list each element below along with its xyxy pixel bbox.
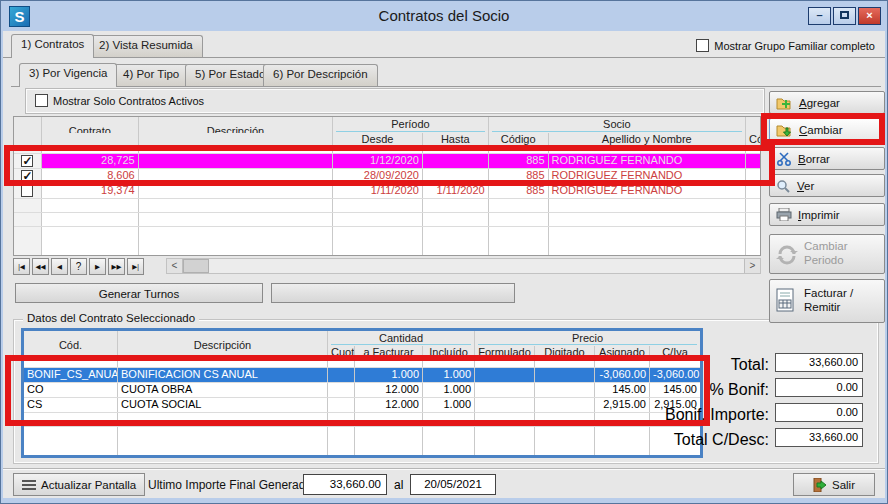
col-desde[interactable]: Desde	[333, 133, 423, 148]
col-cuotas[interactable]: Cuotas	[328, 346, 355, 361]
empty-row	[24, 413, 700, 427]
cambiar-periodo-button[interactable]: Cambiar Periodo	[769, 234, 885, 274]
borrar-button[interactable]: Borrar	[769, 147, 885, 170]
actualizar-pantalla-button[interactable]: Actualizar Pantalla	[13, 473, 145, 496]
printer-icon	[776, 208, 792, 221]
scroll-right-button[interactable]: >	[744, 259, 760, 273]
col-apellido[interactable]: Apellido y Nombre	[549, 133, 746, 148]
scrollbar-thumb[interactable]	[183, 259, 209, 273]
cantidad-underline	[331, 344, 471, 345]
detail-grid[interactable]: Cantidad Precio Cód. Descripción Cuotas …	[21, 328, 703, 458]
grid-spacer-row	[24, 361, 700, 368]
maximize-icon	[840, 11, 849, 19]
col-hasta[interactable]: Hasta	[423, 133, 489, 148]
maximize-button[interactable]	[833, 7, 856, 25]
grupo-familiar-checkbox-row[interactable]: Mostrar Grupo Familiar completo	[696, 39, 875, 52]
facturar-remitir-button[interactable]: Facturar / Remitir	[769, 279, 885, 323]
cambiar-button[interactable]: Cambiar	[769, 118, 885, 141]
imprimir-button[interactable]: Imprimir	[769, 203, 885, 226]
periodo-underline	[336, 131, 485, 132]
detail-sub-header: Cód. Descripción Cuotas a Facturar Inclu…	[24, 346, 700, 361]
col-codigo[interactable]: Código	[489, 133, 549, 148]
subtab-por-descripcion[interactable]: 6) Por Descripción	[263, 64, 378, 87]
row1-checkbox[interactable]	[21, 155, 33, 167]
empty-row	[14, 199, 760, 213]
bonif-importe-value[interactable]: 0.00	[775, 403, 863, 422]
tab-divider	[3, 57, 885, 58]
col-c-iva[interactable]: C/Iva	[650, 346, 700, 361]
solo-activos-checkbox-row[interactable]: Mostrar Solo Contratos Activos	[35, 94, 204, 107]
empty-row	[14, 227, 760, 255]
contracts-grid[interactable]: Contrato Descripción Período Socio Desde…	[13, 116, 761, 256]
row2-checkbox[interactable]	[21, 170, 33, 182]
detail-row-1[interactable]: BONIF_CS_ANUA BONIFICACION CS ANUAL 1.00…	[24, 368, 700, 383]
tab-contratos[interactable]: 1) Contratos	[11, 34, 94, 58]
subtab-por-tipo[interactable]: 4) Por Tipo	[113, 64, 189, 87]
row3-checkbox[interactable]	[21, 185, 33, 197]
subtab-por-vigencia[interactable]: 3) Por Vigencia	[19, 63, 117, 87]
contracts-grid-group-header: Contrato Descripción Período Socio	[14, 117, 760, 133]
nav-first-button[interactable]: |◀	[13, 258, 30, 275]
col-detail-descripcion[interactable]: Descripción	[118, 331, 328, 361]
pct-bonif-label: % Bonif:	[709, 381, 769, 399]
col-digitado[interactable]: Digitado	[535, 346, 595, 361]
al-label: al	[394, 478, 403, 492]
grupo-familiar-checkbox[interactable]	[696, 39, 709, 52]
titlebar[interactable]: S Contratos del Socio – ×	[1, 1, 887, 31]
exit-door-icon	[813, 478, 827, 492]
col-asignado[interactable]: Asignado	[595, 346, 650, 361]
subtab-divider	[11, 86, 881, 87]
col-cod-clipped[interactable]: Cód	[746, 133, 760, 148]
col-cod[interactable]: Cód.	[24, 331, 118, 361]
nav-last-button[interactable]: ▶|	[127, 258, 144, 275]
generar-turnos-button[interactable]: Generar Turnos	[15, 283, 263, 303]
nav-fast-forward-button[interactable]: ▶▶	[108, 258, 125, 275]
dialog-body: 1) Contratos 2) Vista Resumida Mostrar G…	[3, 31, 885, 498]
solo-activos-checkbox[interactable]	[35, 94, 48, 107]
empty-row	[24, 427, 700, 455]
horizontal-scrollbar[interactable]: < >	[166, 258, 761, 274]
nav-forward-button[interactable]: ▶	[89, 258, 106, 275]
colgroup-precio: Precio	[475, 331, 700, 346]
colgroup-periodo: Período	[333, 117, 489, 133]
scissors-icon	[776, 152, 792, 166]
subtab-por-estado[interactable]: 5) Por Estado	[185, 64, 275, 87]
contract-row-3[interactable]: 19,374 1/11/2020 1/11/2020 885 RODRIGUEZ…	[14, 184, 760, 199]
total-value[interactable]: 33,660.00	[775, 353, 863, 372]
colgroup-socio: Socio	[489, 117, 746, 133]
ultimo-importe-fecha[interactable]: 20/05/2021	[410, 474, 496, 495]
refresh-arrows-icon	[776, 243, 798, 265]
contracts-grid-sub-header: Desde Hasta Código Apellido y Nombre Cód	[14, 133, 760, 148]
col-contrato[interactable]: Contrato	[42, 117, 139, 133]
col-descripcion[interactable]: Descripción	[139, 117, 333, 133]
blank-button[interactable]	[271, 283, 515, 303]
socio-underline	[492, 131, 742, 132]
colgroup-cantidad: Cantidad	[328, 331, 475, 346]
col-incluido[interactable]: Incluído	[423, 346, 475, 361]
close-button[interactable]: ×	[858, 7, 881, 25]
magnifier-icon	[776, 179, 791, 193]
ultimo-importe-value[interactable]: 33,660.00	[303, 474, 387, 495]
nav-back-button[interactable]: ◀	[51, 258, 68, 275]
nav-help-button[interactable]: ?	[70, 258, 87, 275]
detail-row-2[interactable]: CO CUOTA OBRA 12.000 1.000 145.00 145.00	[24, 383, 700, 398]
col-formulado[interactable]: Formulado	[475, 346, 535, 361]
scroll-left-button[interactable]: <	[167, 259, 183, 273]
detail-row-3[interactable]: CS CUOTA SOCIAL 12.000 1.000 2,915.00 2,…	[24, 398, 700, 413]
invoice-icon	[776, 288, 798, 314]
salir-button[interactable]: Salir	[793, 473, 875, 496]
minimize-button[interactable]: –	[808, 7, 831, 25]
tab-vista-resumida[interactable]: 2) Vista Resumida	[89, 35, 203, 58]
agregar-button[interactable]: Agregar	[769, 91, 885, 114]
bonif-importe-label: Bonif. Importe:	[665, 406, 769, 424]
contract-row-1[interactable]: 28,725 1/12/2020 885 RODRIGUEZ FERNANDO	[14, 154, 760, 169]
nav-fast-back-button[interactable]: ◀◀	[32, 258, 49, 275]
contract-row-2[interactable]: 8,606 28/09/2020 885 RODRIGUEZ FERNANDO	[14, 169, 760, 184]
solo-activos-label: Mostrar Solo Contratos Activos	[53, 95, 204, 107]
bottom-divider	[3, 468, 885, 470]
total-cdesc-value[interactable]: 33,660.00	[775, 428, 863, 447]
ver-button[interactable]: Ver	[769, 174, 885, 197]
col-a-facturar[interactable]: a Facturar	[355, 346, 423, 361]
close-icon: ×	[866, 9, 872, 21]
pct-bonif-value[interactable]: 0.00	[775, 378, 863, 397]
